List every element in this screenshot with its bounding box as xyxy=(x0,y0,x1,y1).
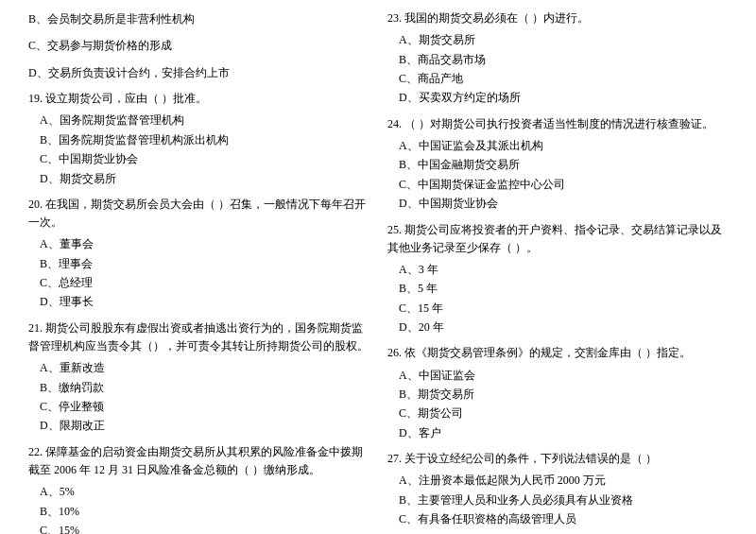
question-26: 26. 依《期货交易管理条例》的规定，交割金库由（ ）指定。 A、中国证监会 B… xyxy=(387,344,728,442)
question-21-text: 21. 期货公司股股东有虚假出资或者抽逃出资行为的，国务院期货监督管理机构应当责… xyxy=(28,319,369,355)
q22-option-b: B、10% xyxy=(40,502,369,521)
question-20-text: 20. 在我国，期货交易所会员大会由（ ）召集，一般情况下每年召开一次。 xyxy=(28,196,369,232)
question-27-options: A、注册资本最低起限为人民币 2000 万元 B、主要管理人员和业务人员必须具有… xyxy=(399,471,728,528)
question-25: 25. 期货公司应将投资者的开户资料、指令记录、交易结算记录以及其他业务记录至少… xyxy=(387,221,728,337)
question-27-number: 27. xyxy=(387,452,402,465)
question-24-body: （ ）对期货公司执行投资者适当性制度的情况进行核查验证。 xyxy=(404,117,713,130)
q22-option-c: C、15% xyxy=(40,521,369,534)
q21-option-a: A、重新改造 xyxy=(40,358,369,377)
q20-option-c: C、总经理 xyxy=(40,273,369,292)
q25-option-b: B、5 年 xyxy=(399,279,728,298)
question-26-text: 26. 依《期货交易管理条例》的规定，交割金库由（ ）指定。 xyxy=(387,344,728,362)
question-26-number: 26. xyxy=(387,346,402,359)
question-19-number: 19. xyxy=(28,92,43,105)
question-19: 19. 设立期货公司，应由（ ）批准。 A、国务院期货监督管理机构 B、国务院期… xyxy=(28,90,369,188)
question-22-body: 保障基金的启动资金由期货交易所从其积累的风险准备金中拨期截至 2006 年 12… xyxy=(28,445,363,476)
question-21-options: A、重新改造 B、缴纳罚款 C、停业整顿 D、限期改正 xyxy=(40,358,369,436)
q19-option-d: D、期货交易所 xyxy=(40,169,369,188)
question-23-number: 23. xyxy=(387,11,402,25)
q20-option-b: B、理事会 xyxy=(40,254,369,273)
q20-option-a: A、董事会 xyxy=(40,234,369,253)
q23-option-b: B、商品交易市场 xyxy=(399,50,728,69)
q27-option-c: C、有具备任职资格的高级管理人员 xyxy=(399,509,728,528)
q24-option-a: A、中国证监会及其派出机构 xyxy=(399,136,728,155)
q19-option-c: C、中国期货业协会 xyxy=(40,149,369,168)
q27-option-a: A、注册资本最低起限为人民币 2000 万元 xyxy=(399,471,728,490)
question-23-options: A、期货交易所 B、商品交易市场 C、商品产地 D、买卖双方约定的场所 xyxy=(399,30,728,108)
question-27-body: 关于设立经纪公司的条件，下列说法错误的是（ ） xyxy=(404,452,657,465)
q25-option-a: A、3 年 xyxy=(399,260,728,279)
question-21: 21. 期货公司股股东有虚假出资或者抽逃出资行为的，国务院期货监督管理机构应当责… xyxy=(28,319,369,436)
question-20-number: 20. xyxy=(28,198,43,211)
question-23-text: 23. 我国的期货交易必须在（ ）内进行。 xyxy=(387,9,728,27)
question-19-text: 19. 设立期货公司，应由（ ）批准。 xyxy=(28,90,369,108)
option-d-contract: D、交易所负责设计合约，安排合约上市 xyxy=(28,63,369,82)
question-22-number: 22. xyxy=(28,445,43,458)
q23-option-c: C、商品产地 xyxy=(399,69,728,88)
q26-option-a: A、中国证监会 xyxy=(399,366,728,385)
question-19-body: 设立期货公司，应由（ ）批准。 xyxy=(45,92,207,105)
question-27-text: 27. 关于设立经纪公司的条件，下列说法错误的是（ ） xyxy=(387,450,728,468)
question-24: 24. （ ）对期货公司执行投资者适当性制度的情况进行核查验证。 A、中国证监会… xyxy=(387,115,728,214)
question-20: 20. 在我国，期货交易所会员大会由（ ）召集，一般情况下每年召开一次。 A、董… xyxy=(28,196,369,312)
q26-option-d: D、客户 xyxy=(399,423,728,442)
text-b-nonprofit: B、会员制交易所是非营利性机构 xyxy=(28,9,369,28)
question-25-number: 25. xyxy=(387,223,402,236)
q21-option-c: C、停业整顿 xyxy=(40,397,369,416)
q21-option-d: D、限期改正 xyxy=(40,416,369,435)
q21-option-b: B、缴纳罚款 xyxy=(40,378,369,397)
q24-option-b: B、中国金融期货交易所 xyxy=(399,155,728,174)
question-24-number: 24. xyxy=(387,117,402,130)
q24-option-c: C、中国期货保证金监控中心公司 xyxy=(399,175,728,194)
question-23: 23. 我国的期货交易必须在（ ）内进行。 A、期货交易所 B、商品交易市场 C… xyxy=(387,9,728,108)
question-24-options: A、中国证监会及其派出机构 B、中国金融期货交易所 C、中国期货保证金监控中心公… xyxy=(399,136,728,214)
question-19-options: A、国务院期货监督管理机构 B、国务院期货监督管理机构派出机构 C、中国期货业协… xyxy=(40,111,369,188)
option-b-nonprofit: B、会员制交易所是非营利性机构 xyxy=(28,9,369,28)
q23-option-d: D、买卖双方约定的场所 xyxy=(399,88,728,107)
left-column: B、会员制交易所是非营利性机构 C、交易参与期货价格的形成 D、交易所负责设计合… xyxy=(28,9,369,534)
question-25-options: A、3 年 B、5 年 C、15 年 D、20 年 xyxy=(399,260,728,337)
question-22-text: 22. 保障基金的启动资金由期货交易所从其积累的风险准备金中拨期截至 2006 … xyxy=(28,443,369,479)
text-d-contract: D、交易所负责设计合约，安排合约上市 xyxy=(28,63,369,82)
question-20-body: 在我国，期货交易所会员大会由（ ）召集，一般情况下每年召开一次。 xyxy=(28,198,366,229)
q22-option-a: A、5% xyxy=(40,482,369,501)
q25-option-c: C、15 年 xyxy=(399,299,728,318)
question-27: 27. 关于设立经纪公司的条件，下列说法错误的是（ ） A、注册资本最低起限为人… xyxy=(387,450,728,528)
q24-option-d: D、中国期货业协会 xyxy=(399,194,728,213)
right-column: 23. 我国的期货交易必须在（ ）内进行。 A、期货交易所 B、商品交易市场 C… xyxy=(387,9,728,534)
q25-option-d: D、20 年 xyxy=(399,318,728,336)
question-21-body: 期货公司股股东有虚假出资或者抽逃出资行为的，国务院期货监督管理机构应当责令其（）… xyxy=(28,321,369,353)
q23-option-a: A、期货交易所 xyxy=(399,30,728,49)
question-25-body: 期货公司应将投资者的开户资料、指令记录、交易结算记录以及其他业务记录至少保存（ … xyxy=(387,223,722,254)
q26-option-b: B、期货交易所 xyxy=(399,385,728,404)
question-21-number: 21. xyxy=(28,321,43,335)
page-content: B、会员制交易所是非营利性机构 C、交易参与期货价格的形成 D、交易所负责设计合… xyxy=(28,9,728,534)
question-23-body: 我国的期货交易必须在（ ）内进行。 xyxy=(404,11,589,25)
question-22-options: A、5% B、10% C、15% D、20% xyxy=(40,482,369,534)
option-c-price: C、交易参与期货价格的形成 xyxy=(28,36,369,55)
q26-option-c: C、期货公司 xyxy=(399,404,728,422)
q19-option-a: A、国务院期货监督管理机构 xyxy=(40,111,369,129)
question-20-options: A、董事会 B、理事会 C、总经理 D、理事长 xyxy=(40,234,369,312)
question-24-text: 24. （ ）对期货公司执行投资者适当性制度的情况进行核查验证。 xyxy=(387,115,728,133)
question-26-options: A、中国证监会 B、期货交易所 C、期货公司 D、客户 xyxy=(399,366,728,443)
question-26-body: 依《期货交易管理条例》的规定，交割金库由（ ）指定。 xyxy=(404,346,691,359)
q19-option-b: B、国务院期货监督管理机构派出机构 xyxy=(40,130,369,149)
text-c-price: C、交易参与期货价格的形成 xyxy=(28,36,369,55)
question-25-text: 25. 期货公司应将投资者的开户资料、指令记录、交易结算记录以及其他业务记录至少… xyxy=(387,221,728,257)
q20-option-d: D、理事长 xyxy=(40,292,369,311)
q27-option-b: B、主要管理人员和业务人员必须具有从业资格 xyxy=(399,491,728,509)
question-22: 22. 保障基金的启动资金由期货交易所从其积累的风险准备金中拨期截至 2006 … xyxy=(28,443,369,534)
